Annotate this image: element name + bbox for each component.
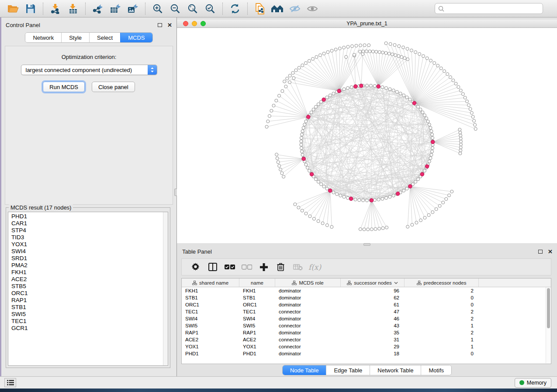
export-image-button[interactable] bbox=[124, 2, 142, 16]
leaf-node[interactable] bbox=[464, 96, 467, 99]
leaf-node[interactable] bbox=[378, 227, 381, 230]
ring-node[interactable] bbox=[369, 84, 372, 87]
ring-node[interactable] bbox=[419, 108, 422, 111]
column-header-name[interactable]: name bbox=[239, 279, 275, 287]
open-file-button[interactable] bbox=[4, 2, 22, 16]
ring-node[interactable] bbox=[373, 199, 376, 202]
leaf-node[interactable] bbox=[422, 55, 425, 58]
leaf-node[interactable] bbox=[419, 219, 422, 222]
mcds-result-item[interactable]: TID3 bbox=[11, 234, 163, 241]
leaf-node[interactable] bbox=[436, 64, 439, 67]
tab-node-table[interactable]: Node Table bbox=[283, 365, 326, 375]
ring-node[interactable] bbox=[417, 178, 420, 181]
network-home-button[interactable] bbox=[269, 2, 286, 16]
leaf-node[interactable] bbox=[308, 215, 311, 218]
leaf-node[interactable] bbox=[433, 62, 436, 65]
leaf-node[interactable] bbox=[442, 201, 445, 204]
ring-node[interactable] bbox=[429, 157, 432, 160]
mcds-result-item[interactable]: GCR1 bbox=[11, 325, 163, 332]
leaf-node[interactable] bbox=[315, 55, 318, 58]
ring-node[interactable] bbox=[339, 194, 342, 197]
leaf-node[interactable] bbox=[459, 152, 462, 155]
leaf-node[interactable] bbox=[461, 93, 464, 96]
leaf-node[interactable] bbox=[385, 226, 388, 229]
mcds-result-item[interactable]: ORC1 bbox=[11, 290, 163, 297]
ring-node[interactable] bbox=[350, 86, 353, 89]
tab-motifs[interactable]: Motifs bbox=[421, 365, 451, 375]
ring-node[interactable] bbox=[322, 185, 325, 188]
ring-node[interactable] bbox=[346, 196, 349, 199]
leaf-node[interactable] bbox=[301, 64, 304, 67]
leaf-node[interactable] bbox=[325, 224, 329, 227]
leaf-node[interactable] bbox=[459, 89, 462, 92]
zoom-out-button[interactable] bbox=[166, 2, 184, 16]
table-row[interactable]: STB1STB1dominator620 bbox=[182, 294, 551, 301]
leaf-node[interactable] bbox=[346, 45, 349, 48]
table-row[interactable]: FKH1FKH1dominator962 bbox=[182, 287, 551, 294]
leaf-node[interactable] bbox=[277, 94, 280, 97]
ring-node[interactable] bbox=[314, 178, 317, 181]
leaf-node[interactable] bbox=[282, 175, 285, 178]
zoom-fit-button[interactable] bbox=[184, 2, 201, 16]
leaf-node[interactable] bbox=[363, 228, 366, 231]
mcds-result-item[interactable]: RAP1 bbox=[11, 297, 163, 304]
leaf-node[interactable] bbox=[291, 72, 294, 75]
leaf-node[interactable] bbox=[411, 223, 414, 226]
leaf-node[interactable] bbox=[439, 67, 443, 70]
float-panel-icon[interactable] bbox=[158, 23, 162, 27]
ring-node[interactable] bbox=[417, 105, 420, 108]
ring-node[interactable] bbox=[332, 191, 335, 194]
column-visibility-button[interactable] bbox=[204, 260, 221, 274]
leaf-node[interactable] bbox=[277, 161, 280, 164]
import-network-button[interactable] bbox=[47, 2, 64, 16]
leaf-node[interactable] bbox=[459, 146, 462, 149]
leaf-node[interactable] bbox=[459, 143, 462, 146]
ring-node[interactable] bbox=[306, 166, 309, 169]
deselect-all-rows-button[interactable] bbox=[238, 260, 255, 274]
ring-node[interactable] bbox=[304, 163, 308, 166]
tab-edge-table[interactable]: Edge Table bbox=[326, 365, 370, 375]
ring-node[interactable] bbox=[373, 84, 376, 87]
leaf-node[interactable] bbox=[350, 45, 353, 48]
leaf-node[interactable] bbox=[458, 128, 461, 131]
duplicate-network-button[interactable] bbox=[251, 2, 269, 16]
leaf-node[interactable] bbox=[469, 107, 472, 110]
search-input[interactable] bbox=[446, 6, 540, 12]
hide-selected-button[interactable] bbox=[286, 2, 304, 16]
ring-node[interactable] bbox=[423, 114, 426, 117]
ring-node[interactable] bbox=[423, 169, 426, 172]
ring-node[interactable] bbox=[300, 140, 303, 143]
ring-node[interactable] bbox=[300, 143, 303, 146]
leaf-node[interactable] bbox=[410, 49, 413, 52]
export-network-button[interactable] bbox=[89, 2, 107, 16]
ring-node[interactable] bbox=[314, 105, 317, 108]
leaf-node[interactable] bbox=[365, 50, 368, 53]
leaf-node[interactable] bbox=[447, 194, 450, 197]
leaf-node[interactable] bbox=[312, 217, 315, 220]
leaf-node[interactable] bbox=[330, 225, 333, 228]
leaf-node[interactable] bbox=[446, 72, 449, 76]
mcds-hub-node[interactable] bbox=[322, 98, 325, 101]
leaf-node[interactable] bbox=[363, 44, 366, 47]
tab-style[interactable]: Style bbox=[61, 33, 89, 42]
ring-node[interactable] bbox=[354, 198, 357, 201]
leaf-node[interactable] bbox=[359, 44, 362, 47]
leaf-node[interactable] bbox=[381, 227, 384, 230]
ring-node[interactable] bbox=[301, 153, 304, 156]
ring-node[interactable] bbox=[377, 198, 380, 201]
table-row[interactable]: ORC1ORC1dominator610 bbox=[182, 301, 551, 308]
leaf-node[interactable] bbox=[288, 74, 291, 77]
mcds-list-scrollbar[interactable] bbox=[163, 212, 168, 365]
leaf-node[interactable] bbox=[443, 70, 446, 73]
leaf-node[interactable] bbox=[326, 51, 329, 54]
leaf-node[interactable] bbox=[270, 109, 273, 112]
leaf-node[interactable] bbox=[304, 212, 308, 215]
zoom-selected-button[interactable] bbox=[201, 2, 219, 16]
leaf-node[interactable] bbox=[381, 51, 384, 54]
leaf-node[interactable] bbox=[474, 123, 477, 126]
ring-node[interactable] bbox=[300, 147, 303, 150]
leaf-node[interactable] bbox=[322, 52, 325, 55]
leaf-node[interactable] bbox=[391, 53, 394, 56]
leaf-node[interactable] bbox=[465, 100, 468, 103]
mcds-result-item[interactable]: SRD1 bbox=[11, 255, 163, 262]
